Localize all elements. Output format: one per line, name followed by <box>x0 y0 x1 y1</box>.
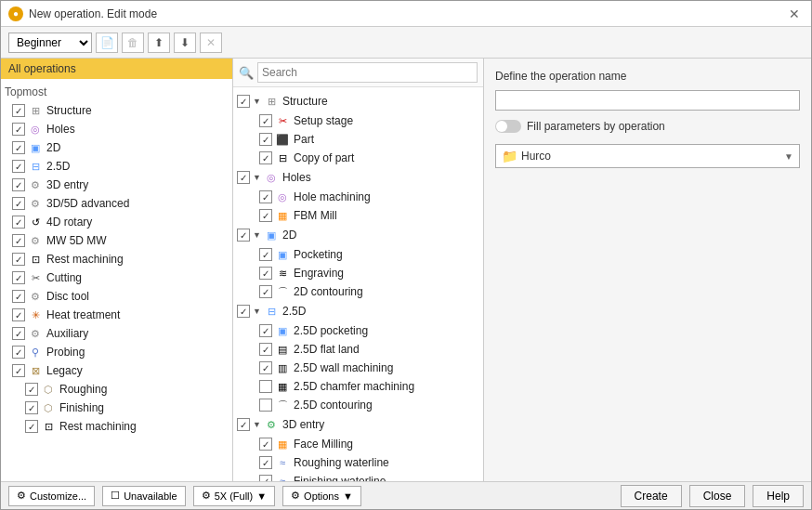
cb-rest[interactable] <box>12 253 25 266</box>
mid-cb-fbmmill[interactable] <box>259 209 272 222</box>
mid-item-facemilling[interactable]: ▦ Face Milling <box>233 435 483 453</box>
mid-item-25dchamfer[interactable]: ▦ 2.5D chamfer machining <box>233 377 483 396</box>
delete-button[interactable]: 🗑 <box>122 33 144 53</box>
search-input[interactable] <box>257 62 478 83</box>
expand-holes[interactable]: ▼ <box>253 173 262 182</box>
left-item-disc[interactable]: ⚙ Disc tool <box>1 287 232 306</box>
mid-cb-3dentry[interactable] <box>237 418 250 431</box>
mid-item-part[interactable]: ⬛ Part <box>233 130 483 149</box>
close-button[interactable]: Close <box>689 485 746 507</box>
mid-item-finishingwaterline[interactable]: ≈ Finishing waterline <box>233 472 483 481</box>
left-item-structure[interactable]: ⊞ Structure <box>1 101 232 120</box>
cb-legacy[interactable] <box>12 364 25 377</box>
mid-item-25dflatland[interactable]: ▤ 2.5D flat land <box>233 340 483 359</box>
mid-item-pocketing[interactable]: ▣ Pocketing <box>233 245 483 264</box>
left-item-2d[interactable]: ▣ 2D <box>1 138 232 157</box>
mid-cb-holes[interactable] <box>237 171 250 184</box>
cb-3dentry[interactable] <box>12 178 25 191</box>
mid-section-25d[interactable]: ▼ ⊟ 2.5D <box>233 301 483 321</box>
mid-item-roughingwaterline[interactable]: ≈ Roughing waterline <box>233 453 483 472</box>
mid-item-engraving[interactable]: ≋ Engraving <box>233 264 483 282</box>
mid-cb-pocketing[interactable] <box>259 248 272 261</box>
close-window-button[interactable]: ✕ <box>785 5 804 23</box>
left-item-rest[interactable]: ⊡ Rest machining <box>1 250 232 268</box>
left-item-legacy[interactable]: ⊠ Legacy <box>1 361 232 380</box>
move-down-button[interactable]: ⬇ <box>174 33 196 53</box>
left-item-3d5d[interactable]: ⚙ 3D/5D advanced <box>1 194 232 213</box>
cb-aux[interactable] <box>12 327 25 340</box>
mode-dropdown[interactable]: ⚙ 5X (Full) ▼ <box>193 486 275 506</box>
mid-item-holemachining[interactable]: ◎ Hole machining <box>233 188 483 206</box>
left-item-roughing[interactable]: ⬡ Roughing <box>1 380 232 399</box>
mid-cb-2dcontouring[interactable] <box>259 285 272 298</box>
cb-25d[interactable] <box>12 160 25 173</box>
cb-mw5d[interactable] <box>12 234 25 247</box>
mid-section-3dentry[interactable]: ▼ ⚙ 3D entry <box>233 414 483 435</box>
left-item-3dentry[interactable]: ⚙ 3D entry <box>1 176 232 194</box>
mid-cb-25dflatland[interactable] <box>259 343 272 356</box>
mid-section-holes[interactable]: ▼ ◎ Holes <box>233 167 483 188</box>
left-item-aux[interactable]: ⚙ Auxiliary <box>1 324 232 343</box>
mid-cb-roughingwaterline[interactable] <box>259 456 272 469</box>
mid-cb-setup[interactable] <box>259 114 272 127</box>
mid-cb-25dwall[interactable] <box>259 361 272 374</box>
operation-name-input[interactable] <box>495 90 800 111</box>
cb-finishing[interactable] <box>25 401 38 414</box>
left-item-4d[interactable]: ↺ 4D rotary <box>1 213 232 231</box>
folder-selector[interactable]: 📁 Hurco ▼ <box>495 144 800 168</box>
cb-structure[interactable] <box>12 104 25 117</box>
left-item-probing[interactable]: ⚲ Probing <box>1 343 232 361</box>
all-operations-header[interactable]: All operations <box>1 59 232 79</box>
remove-button[interactable]: ✕ <box>200 33 222 53</box>
left-item-finishing[interactable]: ⬡ Finishing <box>1 399 232 417</box>
mid-item-25dwall[interactable]: ▥ 2.5D wall machining <box>233 359 483 377</box>
mid-item-2dcontouring[interactable]: ⌒ 2D contouring <box>233 282 483 301</box>
mid-cb-25d[interactable] <box>237 305 250 318</box>
mid-item-25dcontouring[interactable]: ⌒ 2.5D contouring <box>233 396 483 414</box>
mid-item-25dpocketing[interactable]: ▣ 2.5D pocketing <box>233 321 483 340</box>
cb-cutting[interactable] <box>12 271 25 284</box>
mid-section-structure[interactable]: ▼ ⊞ Structure <box>233 91 483 111</box>
expand-3dentry[interactable]: ▼ <box>253 420 262 429</box>
mid-cb-copyofpart[interactable] <box>259 151 272 164</box>
mid-cb-structure[interactable] <box>237 95 250 108</box>
cb-heat[interactable] <box>12 308 25 321</box>
cb-roughing[interactable] <box>25 383 38 396</box>
mid-cb-25dchamfer[interactable] <box>259 380 272 393</box>
expand-25d[interactable]: ▼ <box>253 307 262 316</box>
cb-probing[interactable] <box>12 346 25 359</box>
left-item-heat[interactable]: ✳ Heat treatment <box>1 306 232 324</box>
mid-cb-25dcontouring[interactable] <box>259 399 272 412</box>
mid-cb-finishingwaterline[interactable] <box>259 475 272 481</box>
mid-section-2d[interactable]: ▼ ▣ 2D <box>233 225 483 245</box>
mid-cb-engraving[interactable] <box>259 267 272 280</box>
left-item-holes[interactable]: ◎ Holes <box>1 120 232 138</box>
unavailable-button[interactable]: ☐ Unavailable <box>102 486 185 506</box>
mid-cb-part[interactable] <box>259 133 272 146</box>
cb-3d5d[interactable] <box>12 197 25 210</box>
help-button[interactable]: Help <box>753 485 804 507</box>
expand-structure[interactable]: ▼ <box>253 97 262 106</box>
cb-rest2[interactable] <box>25 420 38 433</box>
mid-cb-25dpocketing[interactable] <box>259 324 272 337</box>
fill-params-toggle[interactable] <box>495 120 521 133</box>
mid-cb-2d[interactable] <box>237 229 250 242</box>
new-button[interactable]: 📄 <box>96 33 118 53</box>
level-dropdown[interactable]: Beginner Intermediate Advanced <box>8 33 92 53</box>
expand-2d[interactable]: ▼ <box>253 230 262 240</box>
cb-4d[interactable] <box>12 216 25 229</box>
cb-2d[interactable] <box>12 141 25 154</box>
mid-cb-holemachining[interactable] <box>259 190 272 203</box>
left-item-rest2[interactable]: ⊡ Rest machining <box>1 417 232 436</box>
mid-item-copyofpart[interactable]: ⊟ Copy of part <box>233 149 483 167</box>
cb-disc[interactable] <box>12 290 25 303</box>
mid-item-setup[interactable]: ✂ Setup stage <box>233 111 483 130</box>
customize-button[interactable]: ⚙ Customize... <box>8 486 95 506</box>
left-item-25d[interactable]: ⊟ 2.5D <box>1 157 232 176</box>
options-dropdown[interactable]: ⚙ Options ▼ <box>282 486 361 506</box>
left-item-cutting[interactable]: ✂ Cutting <box>1 268 232 287</box>
cb-holes[interactable] <box>12 123 25 136</box>
mid-cb-facemilling[interactable] <box>259 438 272 451</box>
move-up-button[interactable]: ⬆ <box>148 33 170 53</box>
mid-item-fbmmill[interactable]: ▦ FBM Mill <box>233 206 483 225</box>
